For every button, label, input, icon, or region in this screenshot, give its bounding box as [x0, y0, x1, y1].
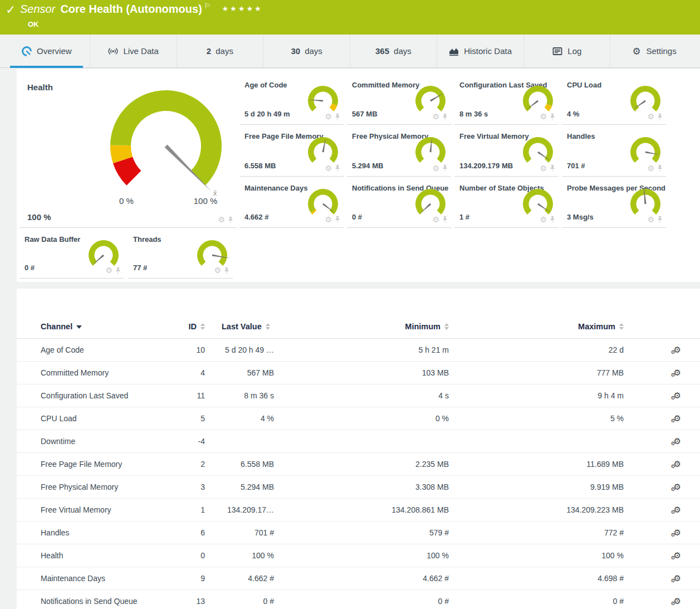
- flag-icon[interactable]: ⚐: [204, 2, 211, 10]
- table-row[interactable]: Free Virtual Memory1134.209.17…134.208.8…: [17, 499, 700, 522]
- gear-icon[interactable]: ⚙: [540, 113, 547, 120]
- tile-actions: ⚙: [325, 113, 340, 120]
- gauge-tile-handles[interactable]: Handles701 #⚙: [562, 125, 666, 176]
- channel-settings-icon[interactable]: ⚙⚙: [674, 368, 681, 377]
- pin-icon[interactable]: [335, 113, 340, 120]
- gear-icon[interactable]: ⚙: [540, 164, 547, 172]
- tab-settings[interactable]: ⚙Settings: [610, 35, 697, 67]
- cell-last-value: 134.209.17…: [205, 505, 274, 514]
- gauge-tile-committed-memory[interactable]: Committed Memory567 MB⚙: [347, 74, 451, 125]
- channel-settings-icon[interactable]: ⚙⚙: [674, 597, 681, 605]
- table-row[interactable]: Handles6701 #579 #772 #⚙⚙: [17, 522, 700, 544]
- gear-icon[interactable]: ⚙: [647, 164, 654, 172]
- cell-channel[interactable]: Age of Code: [41, 345, 166, 354]
- channel-settings-icon[interactable]: ⚙⚙: [674, 345, 681, 354]
- table-row[interactable]: Maintenance Days94.662 #4.662 #4.698 #⚙⚙: [17, 567, 700, 590]
- pin-icon[interactable]: [335, 164, 340, 172]
- table-row[interactable]: Free Physical Memory35.294 MB3.308 MB9.9…: [17, 476, 700, 499]
- channel-settings-icon[interactable]: ⚙⚙: [674, 574, 681, 582]
- cell-channel[interactable]: Notifications in Send Queue: [41, 597, 166, 606]
- gauge-tile-age-of-code[interactable]: Age of Code5 d 20 h 49 m⚙: [239, 74, 344, 125]
- gauge-tile-configuration-last-saved[interactable]: Configuration Last Saved8 m 36 s⚙: [454, 74, 559, 125]
- priority-star-rating[interactable]: ★★★★★: [222, 4, 262, 13]
- cell-channel[interactable]: Free Page File Memory: [41, 460, 166, 469]
- gauge-tile-raw-data-buffer[interactable]: Raw Data Buffer0 #⚙: [19, 228, 124, 279]
- channel-settings-icon[interactable]: ⚙⚙: [674, 391, 681, 399]
- pin-icon[interactable]: [228, 216, 233, 223]
- gear-icon[interactable]: ⚙: [432, 164, 439, 172]
- gauge-tile-free-physical-memory[interactable]: Free Physical Memory5.294 MB⚙: [347, 125, 451, 176]
- gauge-tile-probe-messages-per-second[interactable]: Probe Messages per Second3 Msg/s⚙: [562, 177, 666, 228]
- gauge-tile-cpu-load[interactable]: CPU Load4 %⚙: [562, 74, 666, 125]
- channel-settings-icon[interactable]: ⚙⚙: [674, 483, 681, 491]
- gear-icon[interactable]: ⚙: [540, 216, 547, 223]
- cell-channel[interactable]: CPU Load: [41, 414, 166, 423]
- gauge-tile-free-page-file-memory[interactable]: Free Page File Memory6.558 MB⚙: [239, 125, 344, 176]
- tab-live-data[interactable]: Live Data: [90, 35, 177, 67]
- channel-settings-icon[interactable]: ⚙⚙: [674, 551, 681, 559]
- cell-channel[interactable]: Free Virtual Memory: [41, 505, 166, 514]
- table-row[interactable]: Health0100 %100 %100 %⚙⚙: [17, 544, 700, 567]
- gear-icon[interactable]: ⚙: [647, 216, 654, 223]
- table-row[interactable]: Notifications in Send Queue130 #0 #0 #⚙⚙: [17, 590, 700, 609]
- pin-icon[interactable]: [224, 267, 229, 274]
- column-header-channel[interactable]: Channel: [41, 322, 166, 331]
- cell-channel[interactable]: Configuration Last Saved: [41, 391, 166, 400]
- gear-icon[interactable]: ⚙: [432, 113, 439, 120]
- tab-overview[interactable]: Overview: [3, 35, 90, 67]
- gear-icon[interactable]: ⚙: [325, 113, 332, 120]
- cell-channel[interactable]: Free Physical Memory: [41, 483, 166, 491]
- pin-icon[interactable]: [550, 113, 555, 120]
- gauge-tile-health[interactable]: Health 0 % 100 % x̄ 100 % ⚙: [19, 74, 237, 228]
- gear-icon[interactable]: ⚙: [325, 216, 332, 223]
- channel-settings-icon[interactable]: ⚙⚙: [674, 528, 681, 537]
- cell-channel[interactable]: Downtime: [41, 437, 166, 446]
- cell-channel[interactable]: Health: [41, 551, 166, 560]
- gear-icon[interactable]: ⚙: [218, 216, 225, 223]
- tab-2-days[interactable]: 2days: [177, 35, 263, 67]
- pin-icon[interactable]: [657, 113, 663, 120]
- gear-icon[interactable]: ⚙: [432, 216, 439, 223]
- table-row[interactable]: Free Page File Memory26.558 MB2.235 MB11…: [17, 453, 700, 476]
- cell-id: 2: [166, 460, 205, 469]
- pin-icon[interactable]: [550, 164, 555, 172]
- pin-icon[interactable]: [550, 216, 555, 223]
- table-row[interactable]: Downtime-4⚙⚙: [17, 430, 700, 453]
- tab-365-days[interactable]: 365days: [350, 35, 437, 67]
- pin-icon[interactable]: [442, 164, 448, 172]
- gauge-tile-free-virtual-memory[interactable]: Free Virtual Memory134.209.179 MB⚙: [454, 125, 559, 176]
- column-header-maximum[interactable]: Maximum: [449, 322, 624, 331]
- cell-settings: ⚙⚙: [624, 505, 700, 514]
- pin-icon[interactable]: [442, 113, 448, 120]
- gear-icon[interactable]: ⚙: [647, 113, 654, 120]
- gauge-tile-number-of-state-objects[interactable]: Number of State Objects1 #⚙: [454, 177, 559, 228]
- gauge-tile-notifications-in-send-queue[interactable]: Notifications in Send Queue0 #⚙: [347, 177, 451, 228]
- pin-icon[interactable]: [335, 216, 340, 223]
- channel-settings-icon[interactable]: ⚙⚙: [674, 437, 681, 445]
- column-header-minimum[interactable]: Minimum: [274, 322, 449, 331]
- gauge-tile-threads[interactable]: Threads77 #⚙: [128, 228, 233, 279]
- cell-channel[interactable]: Maintenance Days: [41, 574, 166, 583]
- cell-channel[interactable]: Handles: [41, 528, 166, 537]
- pin-icon[interactable]: [657, 216, 663, 223]
- table-row[interactable]: Configuration Last Saved118 m 36 s4 s9 h…: [17, 384, 700, 407]
- channel-settings-icon[interactable]: ⚙⚙: [674, 505, 681, 514]
- gauge-tile-maintenance-days[interactable]: Maintenance Days4.662 #⚙: [239, 177, 344, 228]
- column-header-last-value[interactable]: Last Value: [205, 322, 274, 331]
- tab-log[interactable]: Log: [523, 35, 610, 67]
- gear-icon[interactable]: ⚙: [325, 164, 332, 172]
- table-row[interactable]: Committed Memory4567 MB103 MB777 MB⚙⚙: [17, 362, 700, 384]
- channel-settings-icon[interactable]: ⚙⚙: [674, 460, 681, 468]
- channel-settings-icon[interactable]: ⚙⚙: [674, 414, 681, 422]
- tab-30-days[interactable]: 30days: [263, 35, 350, 67]
- gear-icon[interactable]: ⚙: [105, 266, 112, 274]
- table-row[interactable]: Age of Code105 d 20 h 49 …5 h 21 m22 d⚙⚙: [17, 339, 700, 362]
- tab-historic-data[interactable]: Historic Data: [437, 35, 523, 67]
- column-header-id[interactable]: ID: [166, 322, 205, 331]
- gear-icon[interactable]: ⚙: [214, 266, 221, 274]
- table-row[interactable]: CPU Load54 %0 %5 %⚙⚙: [17, 407, 700, 430]
- pin-icon[interactable]: [657, 164, 663, 172]
- pin-icon[interactable]: [442, 216, 448, 223]
- pin-icon[interactable]: [115, 267, 121, 274]
- cell-channel[interactable]: Committed Memory: [41, 368, 166, 377]
